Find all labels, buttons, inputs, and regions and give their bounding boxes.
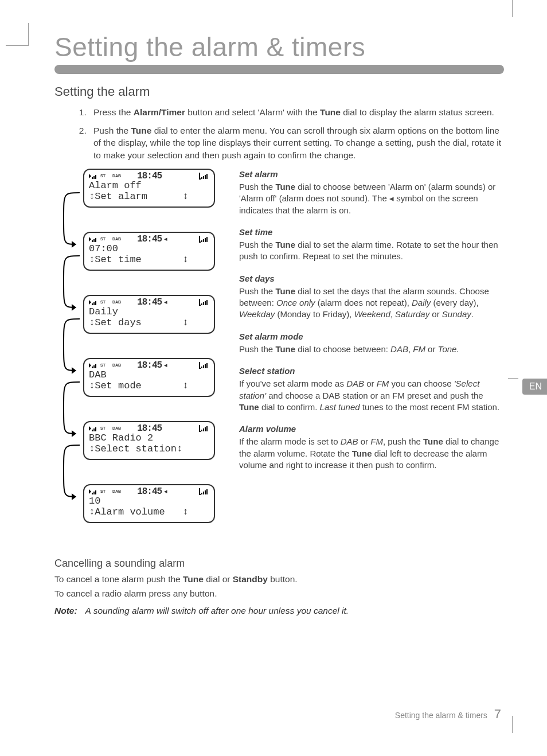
svg-rect-52 (205, 490, 206, 494)
description-heading: Select station (239, 365, 504, 377)
svg-rect-42 (203, 428, 204, 431)
svg-rect-33 (203, 365, 204, 368)
dab-indicator: DAB (112, 237, 121, 241)
svg-rect-5 (201, 177, 202, 179)
svg-rect-11 (95, 238, 96, 242)
page-number: 7 (494, 707, 501, 721)
description-heading: Set alarm (239, 169, 504, 180)
lcd-line-1: BBC Radio 2 (89, 432, 209, 444)
lcd-line-1: Alarm off (89, 180, 209, 192)
lcd-screen-5: STDAB18:45BBC Radio 2↕Select station↕ (60, 421, 221, 460)
svg-rect-40 (199, 431, 201, 432)
svg-rect-14 (201, 240, 202, 242)
crop-mark (512, 0, 513, 17)
page: Setting the alarm & timers Setting the a… (0, 0, 547, 756)
signal-right-icon (199, 362, 209, 369)
alarm-on-icon: ◂ (164, 362, 167, 368)
lcd-line-1: 07:00 (89, 243, 209, 255)
stereo-indicator: ST (100, 300, 106, 304)
lcd-display: STDAB18:45◂10↕Alarm volume ↕ (83, 484, 215, 523)
svg-rect-35 (206, 363, 208, 368)
svg-rect-37 (93, 428, 95, 431)
svg-rect-46 (93, 492, 95, 494)
lcd-line-1: Daily (89, 306, 209, 318)
signal-left-icon (89, 362, 97, 369)
crop-mark (6, 23, 29, 46)
lcd-status-bar: STDAB18:45◂ (89, 235, 209, 243)
lcd-status-bar: STDAB18:45 (89, 172, 209, 180)
svg-rect-32 (201, 367, 202, 368)
svg-rect-0 (92, 177, 93, 179)
language-tab: EN (522, 379, 547, 395)
signal-right-icon (199, 299, 209, 306)
description-heading: Set days (239, 273, 504, 285)
description-block: Set alarm modePush the Tune dial to choo… (239, 331, 504, 356)
page-title: Setting the alarm & timers (54, 32, 504, 63)
lcd-screen-3: STDAB18:45◂Daily↕Set days ↕ (60, 295, 221, 334)
lcd-clock: 18:45 (137, 360, 162, 371)
stereo-indicator: ST (100, 237, 106, 241)
dab-indicator: DAB (112, 363, 121, 367)
footer-text: Setting the alarm & timers (395, 711, 487, 720)
lcd-clock: 18:45 (137, 486, 162, 497)
svg-rect-41 (201, 430, 202, 431)
descriptions-column: Set alarmPush the Tune dial to choose be… (239, 169, 504, 547)
lcd-display: STDAB18:45◂Daily↕Set days ↕ (83, 295, 215, 334)
svg-rect-10 (93, 239, 95, 242)
signal-left-icon (89, 173, 97, 180)
dab-indicator: DAB (112, 174, 121, 178)
svg-rect-53 (206, 489, 208, 494)
lcd-line-1: 10 (89, 496, 209, 507)
note-row: Note: A sounding alarm will switch off a… (54, 606, 504, 616)
columns: STDAB18:45Alarm off↕Set alarm ↕STDAB18:4… (54, 169, 504, 547)
stereo-indicator: ST (100, 426, 106, 430)
svg-rect-23 (201, 303, 202, 305)
lcd-screen-2: STDAB18:45◂07:00↕Set time ↕ (60, 232, 221, 271)
lcd-display: STDAB18:45Alarm off↕Set alarm ↕ (83, 169, 215, 208)
stereo-indicator: ST (100, 174, 106, 178)
lcd-line-2: ↕Set mode ↕ (89, 380, 209, 392)
svg-rect-3 (199, 173, 200, 179)
lcd-line-2: ↕Select station↕ (89, 443, 209, 455)
lcd-status-bar: STDAB18:45◂ (89, 361, 209, 369)
svg-rect-38 (95, 427, 96, 431)
svg-rect-21 (199, 299, 200, 305)
svg-rect-4 (199, 178, 201, 180)
description-body: Push the Tune dial to set the days that … (239, 286, 504, 321)
svg-rect-20 (95, 301, 96, 305)
svg-rect-1 (93, 176, 95, 179)
description-block: Set timePush the Tune dial to set the al… (239, 227, 504, 263)
svg-rect-9 (92, 240, 93, 242)
alarm-on-icon: ◂ (164, 299, 167, 305)
dab-indicator: DAB (112, 300, 121, 304)
svg-rect-30 (199, 362, 200, 368)
screens-column: STDAB18:45Alarm off↕Set alarm ↕STDAB18:4… (60, 169, 221, 547)
section-heading: Setting the alarm (54, 84, 504, 99)
lcd-status-bar: STDAB18:45 (89, 424, 209, 432)
alarm-on-icon: ◂ (164, 236, 167, 242)
svg-rect-2 (95, 175, 96, 179)
svg-rect-29 (95, 364, 96, 368)
svg-rect-12 (199, 236, 200, 242)
signal-right-icon (199, 173, 209, 180)
lcd-line-2: ↕Set alarm ↕ (89, 191, 209, 202)
svg-rect-48 (199, 488, 200, 494)
lcd-line-2: ↕Set days ↕ (89, 317, 209, 329)
lcd-clock: 18:45 (137, 234, 162, 244)
step-2: Push the Tune dial to enter the alarm me… (89, 124, 504, 162)
dab-indicator: DAB (112, 426, 121, 430)
svg-rect-25 (205, 301, 206, 305)
lcd-line-2: ↕Set time ↕ (89, 254, 209, 266)
note-text: A sounding alarm will switch off after o… (85, 606, 349, 616)
svg-rect-27 (92, 367, 93, 368)
lcd-line-2: ↕Alarm volume ↕ (89, 506, 209, 518)
signal-left-icon (89, 425, 97, 432)
description-heading: Alarm volume (239, 423, 504, 435)
svg-rect-34 (205, 364, 206, 368)
dab-indicator: DAB (112, 489, 121, 493)
description-body: Push the Tune dial to choose between: DA… (239, 344, 504, 355)
svg-rect-6 (203, 176, 204, 179)
svg-rect-19 (93, 302, 95, 305)
description-heading: Set time (239, 227, 504, 238)
lcd-status-bar: STDAB18:45◂ (89, 298, 209, 306)
